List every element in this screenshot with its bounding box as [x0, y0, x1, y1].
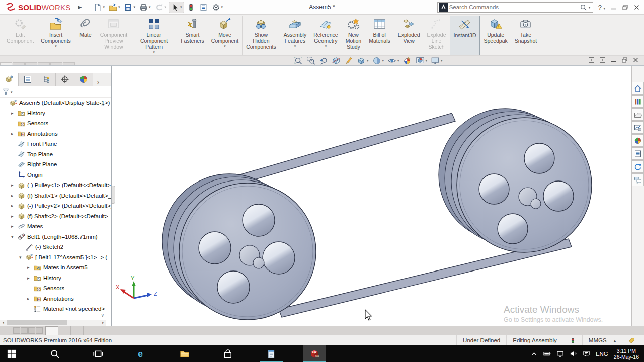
command-tab[interactable] — [13, 62, 25, 65]
language-indicator[interactable]: ENG — [596, 351, 608, 357]
tree-item[interactable]: ▸ Annotations — [0, 129, 111, 139]
document-tab[interactable] — [58, 326, 71, 335]
pulley-2[interactable] — [439, 109, 592, 252]
tree-item[interactable]: ▸ (f) Shaft<2> (Default<<Default>_ — [0, 211, 111, 222]
tree-item[interactable]: ▸ (-) Pulley<1> (Default<<Default>_ — [0, 180, 111, 191]
taskbar-button-store[interactable] — [216, 345, 239, 362]
expand-arrow-icon[interactable]: ▾ — [11, 234, 18, 239]
dropdown-arrow-icon[interactable]: ▾ — [382, 59, 384, 63]
dropdown-arrow-icon[interactable]: ▾ — [180, 5, 182, 9]
filter-dropdown-icon[interactable]: ▾ — [11, 90, 13, 94]
search-commands-box[interactable]: ▾ — [437, 2, 593, 13]
task-pane-button-file-explorer[interactable] — [632, 108, 644, 121]
tab-nav-arrow[interactable] — [21, 327, 28, 334]
tree-item[interactable]: ▸ History — [0, 108, 111, 119]
tree-item[interactable]: Origin — [0, 170, 111, 180]
view-tool-button-zoom-to-area[interactable] — [306, 56, 315, 65]
network-icon[interactable] — [556, 350, 564, 357]
quick-tool-button-print[interactable]: ▾ — [138, 2, 152, 13]
expand-arrow-icon[interactable]: ▸ — [11, 224, 18, 229]
help-button[interactable]: ? ▾ — [598, 4, 605, 11]
quick-tool-button-open[interactable]: ▾ — [107, 2, 122, 13]
unit-system[interactable]: MMGS ▴ — [582, 335, 622, 345]
panel-tab-dimxpertmanager[interactable] — [56, 73, 74, 86]
tree-item[interactable]: Assem5 (Default<Display State-1>) — [0, 98, 111, 108]
volume-icon[interactable] — [570, 350, 577, 357]
command-tab[interactable] — [0, 62, 12, 65]
expand-arrow-icon[interactable]: ▸ — [11, 131, 18, 136]
view-tool-button-zoom-to-fit[interactable] — [294, 56, 303, 65]
doc-minimize-icon[interactable] — [610, 57, 617, 63]
task-pane-button-solidworks-forum[interactable] — [632, 173, 644, 186]
dropdown-arrow-icon[interactable]: ▾ — [133, 5, 135, 9]
tab-nav-arrow[interactable] — [13, 327, 20, 334]
ribbon-button[interactable]: Smart Fasteners — [177, 16, 208, 55]
ribbon-button[interactable]: Assembly Features ▾ — [280, 16, 310, 55]
document-tab[interactable] — [71, 326, 84, 335]
quick-tool-button-options[interactable]: ▾ — [210, 2, 225, 13]
tree-item[interactable]: ▸ Annotations — [0, 294, 111, 304]
panel-tab-featuremanager[interactable] — [0, 73, 19, 86]
quick-tool-button-file-properties[interactable] — [198, 2, 209, 13]
command-tab[interactable] — [25, 62, 37, 65]
ribbon-button[interactable]: Instant3D — [450, 16, 480, 55]
ribbon-button[interactable]: Explode Line Sketch — [424, 16, 450, 55]
action-center-icon[interactable] — [583, 350, 590, 357]
tree-item[interactable]: ▸ Mates — [0, 221, 111, 232]
quick-tool-button-rebuild[interactable] — [185, 2, 197, 13]
quick-tool-button-new[interactable]: ▾ — [92, 2, 106, 13]
command-tab[interactable] — [63, 62, 75, 65]
assembly-3d-model[interactable]: Y X Z — [112, 66, 631, 326]
task-pane-button-solidworks-resources[interactable] — [632, 82, 644, 95]
ribbon-button[interactable]: New Motion Study — [342, 16, 365, 55]
pane-left-icon[interactable] — [588, 57, 595, 63]
view-tool-button-display-style[interactable]: ▾ — [372, 56, 384, 65]
tag-button[interactable] — [622, 335, 641, 345]
quick-tool-button-select[interactable]: ▾ — [169, 2, 184, 13]
ribbon-button[interactable]: Exploded View — [394, 16, 424, 55]
task-pane-button-appearances-scenes[interactable] — [632, 134, 644, 147]
tree-item[interactable]: Sensors — [0, 283, 111, 294]
command-tab[interactable] — [50, 62, 62, 65]
tree-scroll-up-icon[interactable]: ∧ — [101, 102, 104, 107]
dropdown-arrow-icon[interactable]: ▾ — [55, 44, 57, 48]
units-dropdown-icon[interactable]: ▴ — [614, 338, 616, 343]
tree-item[interactable]: ▾ [ Belt1-17^Assem5 ]<1> -> ( — [0, 252, 111, 263]
ribbon-button[interactable]: Edit Component — [3, 16, 37, 55]
view-tool-button-apply-scene[interactable]: ▾ — [416, 56, 428, 65]
search-input[interactable] — [449, 4, 580, 10]
ribbon-button[interactable]: Component Preview Window — [97, 16, 131, 55]
tree-item[interactable]: ▸ (-) Pulley<2> (Default<<Default>_ — [0, 201, 111, 211]
dropdown-arrow-icon[interactable]: ▾ — [153, 50, 155, 54]
dropdown-arrow-icon[interactable]: ▾ — [426, 59, 428, 63]
scrollbar-thumb[interactable] — [7, 320, 67, 325]
expand-arrow-icon[interactable]: ▸ — [11, 193, 18, 198]
restore-button[interactable] — [622, 4, 628, 11]
tree-item[interactable]: ▸ Mates in Assem5 — [0, 262, 111, 273]
dropdown-arrow-icon[interactable]: ▾ — [367, 59, 369, 63]
panel-tab-overflow-chevron[interactable]: › — [93, 79, 103, 86]
taskbar-button-solidworks[interactable] — [303, 345, 326, 362]
clock[interactable]: 3:11 PM 26-May-16 — [614, 348, 639, 360]
tree-item[interactable]: ▸ History — [0, 273, 111, 284]
view-tool-button-previous-view[interactable] — [319, 56, 328, 65]
view-tool-button-annotation-view[interactable] — [344, 56, 353, 65]
dropdown-arrow-icon[interactable]: ▾ — [221, 5, 223, 9]
view-tool-button-edit-appearance[interactable] — [403, 56, 412, 65]
ribbon-button[interactable]: Reference Geometry ▾ — [310, 16, 341, 55]
dropdown-arrow-icon[interactable]: ▾ — [165, 5, 167, 9]
ribbon-button[interactable]: Take Snapshot — [511, 16, 540, 55]
tree-item[interactable]: ▸ (f) Shaft<1> (Default<<Default>_ — [0, 191, 111, 201]
battery-icon[interactable] — [543, 350, 551, 357]
doc-restore-icon[interactable] — [621, 57, 628, 63]
quick-tool-button-save[interactable]: ▾ — [122, 2, 137, 13]
close-button[interactable] — [633, 4, 640, 11]
graphics-viewport[interactable]: Y X Z Activate Windows Go to Settings to… — [112, 66, 631, 326]
dropdown-arrow-icon[interactable]: ▾ — [103, 5, 105, 9]
expand-arrow-icon[interactable]: ▸ — [11, 203, 18, 208]
taskbar-button-edge[interactable] — [130, 345, 153, 362]
expand-arrow-icon[interactable]: ▾ — [19, 255, 26, 260]
ribbon-button[interactable]: Mate — [74, 16, 97, 55]
taskbar-button-notepad[interactable] — [260, 345, 283, 362]
tab-nav-arrow[interactable] — [36, 327, 43, 334]
